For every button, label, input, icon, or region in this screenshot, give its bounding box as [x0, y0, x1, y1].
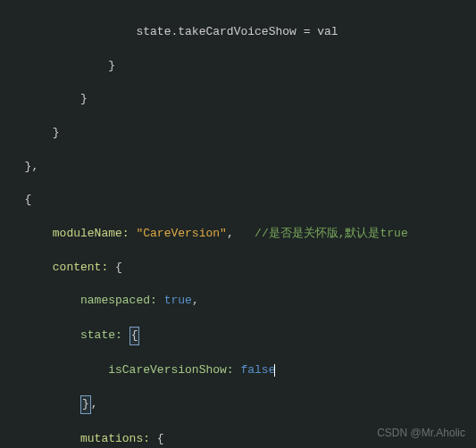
- code-line: moduleName: "CareVersion", //是否是关怀版,默认是t…: [7, 226, 476, 243]
- bracket-highlight: }: [80, 395, 91, 414]
- watermark: CSDN @Mr.Aholic: [377, 426, 465, 441]
- code-line: isCareVersionShow: false: [7, 362, 476, 379]
- code-line: },: [7, 159, 476, 176]
- code-line: state.takeCardVoiceShow = val: [7, 24, 476, 41]
- code-line: namespaced: true,: [7, 293, 476, 310]
- bracket-highlight: {: [129, 327, 140, 345]
- code-line: {: [7, 192, 476, 209]
- code-line: }: [7, 125, 476, 142]
- code-line: content: {: [7, 260, 476, 277]
- code-line: }: [7, 91, 476, 108]
- text-cursor: [274, 364, 275, 377]
- code-line: },: [7, 395, 476, 414]
- code-line: }: [7, 58, 476, 75]
- code-editor[interactable]: state.takeCardVoiceShow = val } } } }, {…: [0, 0, 476, 448]
- code-line: state: {: [7, 327, 476, 345]
